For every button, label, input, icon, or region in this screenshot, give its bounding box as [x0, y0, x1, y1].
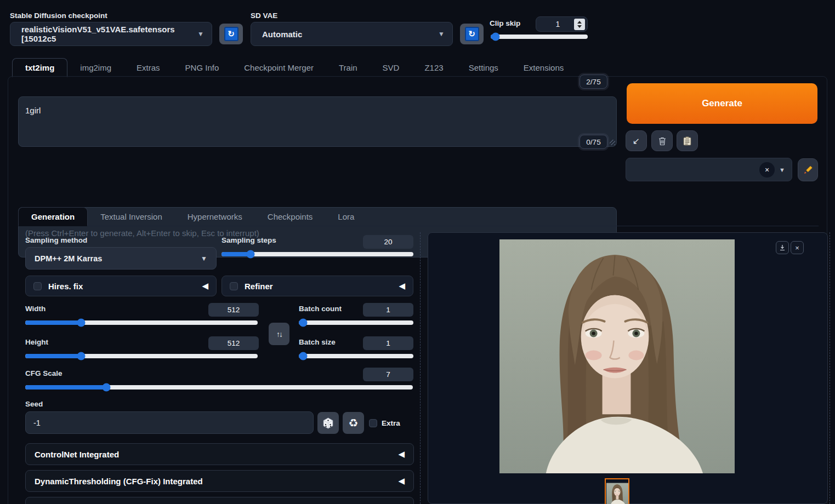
checkpoint-value: realisticVisionV51_v51VAE.safetensors [1…: [21, 25, 197, 43]
refiner-section[interactable]: Refiner ◀: [221, 276, 413, 296]
resize-handle[interactable]: [610, 140, 615, 145]
dynamic-thresholding-accordion[interactable]: DynamicThresholding (CFG-Fix) Integrated…: [25, 470, 414, 492]
tab-svd[interactable]: SVD: [370, 59, 412, 77]
tab-png-info[interactable]: PNG Info: [173, 59, 232, 77]
cfg-scale-slider[interactable]: [25, 385, 413, 390]
seed-input[interactable]: -1: [25, 411, 314, 434]
chevron-down-icon: ▼: [438, 30, 445, 38]
download-image-button[interactable]: [776, 241, 789, 254]
styles-dropdown[interactable]: × ▼: [626, 158, 792, 181]
cfg-scale-label: CFG Scale: [25, 369, 63, 377]
tab-txt2img[interactable]: txt2img: [12, 58, 67, 77]
number-spinner[interactable]: [574, 19, 585, 30]
hires-fix-section[interactable]: Hires. fix ◀: [25, 276, 217, 296]
sampling-method-dropdown[interactable]: DPM++ 2M Karras ▼: [25, 247, 217, 270]
refiner-label: Refiner: [245, 282, 273, 291]
tab-img2img[interactable]: img2img: [67, 59, 124, 77]
collapse-left-icon: ◀: [398, 449, 405, 459]
batch-count-slider[interactable]: [299, 320, 413, 325]
width-number[interactable]: 512: [208, 303, 259, 317]
clear-prompt-button[interactable]: [651, 130, 673, 151]
subtab-checkpoints[interactable]: Checkpoints: [255, 208, 326, 226]
seed-value: -1: [33, 419, 41, 427]
height-slider[interactable]: [25, 354, 258, 358]
subtab-hypernetworks[interactable]: Hypernetworks: [175, 208, 255, 226]
tab-settings[interactable]: Settings: [456, 59, 511, 77]
extra-seed-label: Extra: [382, 419, 400, 427]
reuse-seed-button[interactable]: ♻: [343, 412, 364, 434]
clip-skip-value: 1: [556, 20, 560, 28]
sampling-steps-number[interactable]: 20: [363, 235, 413, 249]
refiner-checkbox[interactable]: [230, 282, 238, 290]
collapse-left-icon: ◀: [202, 281, 208, 291]
subtab-generation[interactable]: Generation: [18, 207, 88, 226]
subtab-lora[interactable]: Lora: [325, 208, 367, 226]
cfg-scale-number[interactable]: 7: [363, 368, 413, 381]
checkpoint-dropdown[interactable]: realisticVisionV51_v51VAE.safetensors [1…: [10, 22, 212, 46]
clipboard-icon: [683, 136, 691, 146]
height-label: Height: [25, 338, 48, 346]
close-icon: ×: [795, 244, 799, 252]
batch-size-number[interactable]: 1: [363, 336, 413, 350]
generate-button[interactable]: Generate: [627, 83, 817, 124]
hires-fix-checkbox[interactable]: [33, 282, 42, 290]
batch-count-label: Batch count: [299, 305, 342, 313]
chevron-down-icon: ▼: [201, 255, 207, 262]
sampling-steps-slider[interactable]: [221, 252, 413, 256]
width-slider[interactable]: [25, 320, 258, 325]
download-icon: [779, 244, 786, 251]
sub-tab-bar: Generation Textual Inversion Hypernetwor…: [18, 204, 819, 226]
height-number[interactable]: 512: [208, 336, 259, 350]
batch-count-number[interactable]: 1: [363, 303, 413, 317]
main-tab-bar: txt2img img2img Extras PNG Info Checkpoi…: [12, 57, 576, 77]
tab-extras[interactable]: Extras: [124, 59, 173, 77]
clear-styles-icon[interactable]: ×: [759, 162, 775, 177]
swap-dimensions-button[interactable]: ↑↓: [269, 323, 289, 345]
controlnet-accordion[interactable]: ControlNet Integrated ◀: [25, 443, 414, 465]
prompt-text: 1girl: [25, 106, 41, 115]
sd-vae-dropdown[interactable]: Automatic ▼: [251, 22, 453, 46]
tab-z123[interactable]: Z123: [412, 59, 456, 77]
subtab-textual-inversion[interactable]: Textual Inversion: [88, 208, 175, 226]
refresh-checkpoint-button[interactable]: ↻: [219, 24, 243, 44]
seed-label: Seed: [25, 400, 43, 408]
sampling-method-value: DPM++ 2M Karras: [35, 254, 102, 263]
dice-icon: [323, 417, 333, 429]
apply-styles-button[interactable]: [677, 130, 698, 151]
refresh-icon: ↻: [224, 27, 238, 41]
thumbnail-image: [606, 479, 628, 504]
clip-skip-slider[interactable]: [491, 35, 588, 39]
trash-icon: [658, 136, 667, 146]
clip-skip-label: Clip skip: [490, 19, 520, 27]
chevron-down-icon: ▼: [779, 167, 785, 173]
partial-accordion[interactable]: [25, 497, 414, 504]
extra-seed-checkbox[interactable]: [369, 419, 377, 427]
collapse-left-icon: ◀: [398, 476, 405, 486]
clip-skip-number-input[interactable]: 1: [536, 16, 588, 32]
column-resize-handle[interactable]: [420, 232, 421, 504]
tab-checkpoint-merger[interactable]: Checkpoint Merger: [231, 59, 326, 77]
tab-extensions[interactable]: Extensions: [511, 59, 576, 77]
pencil-icon: [803, 165, 813, 175]
batch-size-slider[interactable]: [299, 354, 413, 358]
prompt-token-counter: 2/75: [580, 75, 607, 89]
gallery-thumbnail[interactable]: [605, 478, 629, 504]
column-resize-handle[interactable]: [830, 232, 830, 504]
refresh-icon: ↻: [465, 27, 479, 41]
checkpoint-label: Stable Diffusion checkpoint: [10, 12, 107, 20]
recycle-icon: ♻: [349, 416, 359, 429]
prompt-textarea[interactable]: 1girl: [18, 96, 617, 147]
random-seed-button[interactable]: [317, 412, 339, 434]
generated-image[interactable]: [499, 239, 735, 473]
refresh-vae-button[interactable]: ↻: [460, 24, 484, 44]
tab-train[interactable]: Train: [326, 59, 370, 77]
arrow-down-left-icon: ↙: [633, 136, 640, 146]
read-generation-params-button[interactable]: ↙: [626, 130, 647, 151]
sd-vae-value: Automatic: [262, 30, 302, 39]
dynamic-thresholding-accordion-label: DynamicThresholding (CFG-Fix) Integrated: [35, 477, 203, 486]
swap-arrows-icon: ↑↓: [276, 330, 282, 339]
sampling-method-label: Sampling method: [25, 236, 87, 244]
batch-size-label: Batch size: [299, 338, 336, 346]
close-gallery-button[interactable]: ×: [791, 241, 804, 254]
edit-styles-button[interactable]: [798, 158, 818, 181]
